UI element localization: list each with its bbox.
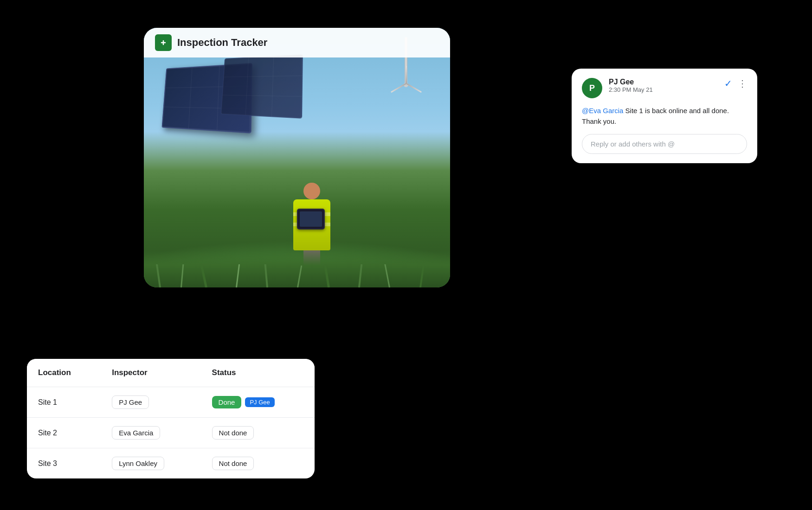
tracker-header: Inspection Tracker: [144, 28, 450, 57]
cell-location: Site 1: [27, 387, 101, 418]
user-badge: PJ Gee: [245, 397, 274, 407]
more-options-icon[interactable]: ⋮: [738, 78, 747, 89]
col-header-inspector: Inspector: [101, 359, 200, 387]
chat-actions: ✓ ⋮: [724, 78, 747, 89]
col-header-location: Location: [27, 359, 101, 387]
cell-status: Not done: [201, 448, 315, 479]
inspector-chip: Lynn Oakley: [112, 457, 164, 470]
cell-status: Not done: [201, 418, 315, 448]
cell-location: Site 2: [27, 418, 101, 448]
tracker-title: Inspection Tracker: [177, 37, 267, 49]
inspector-chip: Eva Garcia: [112, 426, 160, 440]
tracker-background-photo: [144, 28, 450, 287]
status-badge: Not done: [212, 426, 254, 440]
chat-meta: PJ Gee 2:30 PM May 21: [609, 78, 718, 93]
reply-input[interactable]: Reply or add others with @: [582, 134, 747, 154]
cell-inspector: Eva Garcia: [101, 418, 200, 448]
inspection-table: Location Inspector Status Site 1PJ GeeDo…: [27, 359, 315, 478]
table-row: Site 2Eva GarciaNot done: [27, 418, 315, 448]
sender-avatar: P: [582, 78, 602, 98]
status-badge: Done: [212, 396, 242, 408]
table-row: Site 3Lynn OakleyNot done: [27, 448, 315, 479]
status-cell: DonePJ Gee: [212, 396, 303, 408]
sender-name: PJ Gee: [609, 78, 718, 86]
chat-header: P PJ Gee 2:30 PM May 21 ✓ ⋮: [582, 78, 747, 98]
status-badge: Not done: [212, 457, 254, 470]
cell-location: Site 3: [27, 448, 101, 479]
tracker-icon: [155, 34, 172, 51]
table-row: Site 1PJ GeeDonePJ Gee: [27, 387, 315, 418]
status-cell: Not done: [212, 426, 303, 440]
cell-inspector: PJ Gee: [101, 387, 200, 418]
chat-timestamp: 2:30 PM May 21: [609, 86, 718, 93]
chat-card: P PJ Gee 2:30 PM May 21 ✓ ⋮ @Eva Garcia …: [572, 69, 757, 163]
chat-message: @Eva Garcia Site 1 is back online and al…: [582, 106, 747, 127]
table-card: Location Inspector Status Site 1PJ GeeDo…: [27, 359, 315, 478]
cell-inspector: Lynn Oakley: [101, 448, 200, 479]
status-cell: Not done: [212, 457, 303, 470]
chat-mention: @Eva Garcia: [582, 107, 623, 115]
col-header-status: Status: [201, 359, 315, 387]
check-icon[interactable]: ✓: [724, 78, 732, 89]
cell-status: DonePJ Gee: [201, 387, 315, 418]
inspector-chip: PJ Gee: [112, 395, 149, 409]
